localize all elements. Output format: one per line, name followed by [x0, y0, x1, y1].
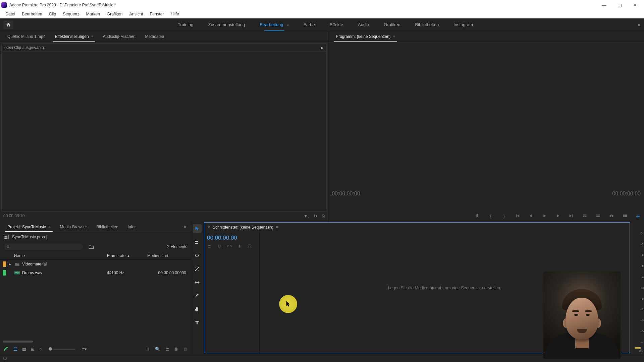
new-bin-button[interactable]: 🗀: [165, 347, 169, 352]
workspace-instagram[interactable]: Instagram: [446, 18, 480, 31]
window-maximize-button[interactable]: ▢: [612, 0, 627, 10]
program-monitor-canvas[interactable]: 00:00:00:00 00:00:00:00: [328, 42, 644, 210]
tab-info[interactable]: Infor: [123, 222, 141, 232]
extract-button[interactable]: [594, 212, 602, 220]
workspace-bearbeitung[interactable]: Bearbeitung≡: [252, 18, 296, 31]
snap-toggle-icon[interactable]: [217, 244, 222, 250]
column-medienstart[interactable]: Medienstart: [147, 253, 191, 258]
track-select-tool[interactable]: [193, 238, 202, 246]
mark-out-button[interactable]: }: [500, 212, 508, 220]
workspace-effekte[interactable]: Effekte: [322, 18, 351, 31]
menu-fenster[interactable]: Fenster: [147, 10, 167, 18]
find-button[interactable]: 🔍: [155, 347, 160, 352]
menu-datei[interactable]: Datei: [2, 10, 18, 18]
step-back-button[interactable]: [527, 212, 535, 220]
menu-bearbeiten[interactable]: Bearbeiten: [18, 10, 45, 18]
marker-icon[interactable]: [237, 244, 242, 250]
item-name[interactable]: Drums.wav: [21, 270, 107, 275]
tab-projekt[interactable]: Projekt: SyncToMusic≡: [3, 222, 55, 232]
menu-marken[interactable]: Marken: [83, 10, 104, 18]
timeline-settings-icon[interactable]: [247, 244, 252, 250]
nest-toggle-icon[interactable]: [207, 244, 212, 250]
column-framerate[interactable]: Framerate▴: [107, 253, 147, 258]
freeform-view-button[interactable]: ⊞: [31, 347, 35, 352]
workspace-training[interactable]: Training: [170, 18, 201, 31]
project-horizontal-scrollbar[interactable]: [0, 341, 191, 345]
label-chip[interactable]: [3, 270, 6, 276]
workspace-grafiken[interactable]: Grafiken: [376, 18, 408, 31]
filter-icon[interactable]: ▼.: [304, 214, 309, 219]
menu-grafiken[interactable]: Grafiken: [103, 10, 126, 18]
selection-tool[interactable]: [193, 224, 202, 233]
menu-clip[interactable]: Clip: [46, 10, 60, 18]
type-tool[interactable]: [193, 318, 202, 327]
project-search-input[interactable]: [3, 243, 84, 250]
tab-media-browser[interactable]: Media-Browser: [55, 222, 92, 232]
home-button[interactable]: [3, 20, 13, 29]
tab-programm[interactable]: Programm: (keine Sequenzen)≡: [331, 31, 400, 42]
add-marker-button[interactable]: [474, 212, 481, 220]
button-editor-add[interactable]: ＋: [635, 212, 641, 221]
slip-tool[interactable]: [193, 278, 202, 287]
column-name[interactable]: Name: [14, 253, 107, 258]
close-icon[interactable]: ×: [208, 225, 210, 230]
loop-icon[interactable]: ↻: [314, 214, 317, 219]
tab-metadaten[interactable]: Metadaten: [140, 31, 169, 42]
expand-toggle[interactable]: ▶: [6, 262, 13, 266]
list-view-button[interactable]: ☰: [13, 347, 17, 352]
filter-bin-button[interactable]: [87, 243, 95, 250]
workspace-farbe[interactable]: Farbe: [296, 18, 322, 31]
thumbnail-zoom-slider[interactable]: [49, 349, 75, 350]
item-name[interactable]: Videomaterial: [21, 262, 107, 266]
project-item-list[interactable]: ▶ Videomaterial Drums.wav 44100 Hz 00:00…: [0, 260, 191, 341]
status-sync-icon[interactable]: [3, 356, 7, 361]
step-forward-button[interactable]: [554, 212, 561, 220]
menu-hilfe[interactable]: Hilfe: [167, 10, 182, 18]
workspace-bibliotheken[interactable]: Bibliotheken: [408, 18, 446, 31]
automate-to-sequence-button[interactable]: ⊪: [147, 347, 150, 352]
panel-menu-icon[interactable]: ≡: [393, 35, 395, 38]
go-to-in-button[interactable]: [514, 212, 521, 220]
tab-bibliotheken[interactable]: Bibliotheken: [92, 222, 123, 232]
tab-effekteinstellungen[interactable]: Effekteinstellungen≡: [50, 31, 98, 42]
sort-button[interactable]: ≡▾: [82, 347, 87, 352]
play-button[interactable]: [541, 212, 548, 220]
storyboard-icon[interactable]: ▦: [3, 235, 9, 239]
linked-selection-icon[interactable]: [227, 244, 232, 250]
project-row-bin[interactable]: ▶ Videomaterial: [0, 260, 191, 268]
timeline-timecode[interactable]: 00;00;00;00: [207, 235, 257, 241]
menu-sequenz[interactable]: Sequenz: [59, 10, 83, 18]
pen-tool[interactable]: [193, 291, 202, 300]
tab-quelle[interactable]: Quelle: Milano 1.mp4: [3, 31, 50, 42]
workspace-zusammenstellung[interactable]: Zusammenstellung: [201, 18, 252, 31]
zoom-out-icon[interactable]: ○: [39, 347, 42, 352]
menu-ansicht[interactable]: Ansicht: [126, 10, 147, 18]
mark-in-button[interactable]: {: [487, 212, 494, 220]
workspace-overflow-button[interactable]: »: [634, 18, 644, 31]
label-chip[interactable]: [3, 261, 6, 267]
project-tabs-overflow[interactable]: »: [182, 225, 188, 229]
program-timecode-left[interactable]: 00:00:00:00: [332, 191, 360, 197]
window-close-button[interactable]: ✕: [627, 0, 643, 10]
workspace-menu-icon[interactable]: ≡: [286, 23, 288, 27]
export-frame-icon[interactable]: ⎘: [322, 214, 325, 219]
snapshot-button[interactable]: [608, 212, 615, 220]
go-to-out-button[interactable]: [568, 212, 575, 220]
window-minimize-button[interactable]: ―: [596, 0, 612, 10]
panel-menu-icon[interactable]: ≡: [92, 35, 94, 38]
icon-view-button[interactable]: ▦: [22, 347, 26, 352]
project-row-audio[interactable]: Drums.wav 44100 Hz 00:00:00:00000: [0, 268, 191, 277]
comparison-button[interactable]: [621, 212, 629, 220]
tab-audioclip-mischer[interactable]: Audioclip-Mischer:: [98, 31, 140, 42]
new-item-button[interactable]: 🗎: [174, 347, 178, 352]
writable-indicator-icon[interactable]: [3, 346, 9, 352]
program-timecode-right[interactable]: 00:00:00:00: [612, 191, 641, 197]
lift-button[interactable]: [581, 212, 588, 220]
source-timecode[interactable]: 00:00:08:10: [3, 214, 24, 218]
delete-button[interactable]: 🗑: [183, 347, 187, 352]
panel-menu-icon[interactable]: ≡: [49, 225, 51, 229]
ripple-edit-tool[interactable]: [193, 251, 202, 260]
effect-expand-icon[interactable]: ▶: [321, 46, 324, 50]
hand-tool[interactable]: [193, 305, 202, 313]
razor-tool[interactable]: [193, 264, 202, 273]
